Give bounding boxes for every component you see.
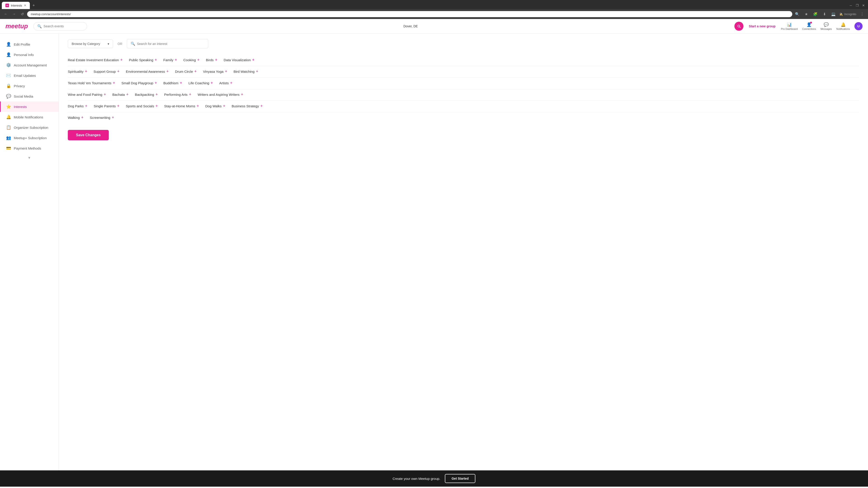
interest-label: Texas Hold 'em Tournaments [68,81,112,85]
list-item: Writers and Aspiring Writers+ [197,92,243,96]
add-interest-button[interactable]: + [230,81,232,85]
add-interest-button[interactable]: + [197,104,199,108]
add-interest-button[interactable]: + [126,92,129,96]
sidebar-item-personal-info[interactable]: 👤 Personal Info [0,50,59,60]
search-browser-button[interactable]: 🔍 [794,11,800,17]
list-item: Texas Hold 'em Tournaments+ [68,81,115,85]
sidebar-item-label: Privacy [14,84,25,88]
device-button[interactable]: 💻 [830,11,837,17]
interest-search-input[interactable] [137,42,204,46]
add-interest-button[interactable]: + [85,69,87,73]
active-tab[interactable]: m Interests ✕ [2,2,30,9]
interest-label: Bird Watching [234,70,254,73]
sidebar-item-edit-profile[interactable]: 👤 Edit Profile [0,39,59,50]
add-interest-button[interactable]: + [85,104,88,108]
add-interest-button[interactable]: + [197,58,199,62]
sidebar-item-payment-methods[interactable]: 💳 Payment Methods [0,143,59,153]
pro-dashboard-link[interactable]: 📊 Pro Dashboard [781,22,798,30]
meetup-logo[interactable]: meetup [5,23,28,30]
add-interest-button[interactable]: + [156,92,158,96]
extensions-button[interactable]: 🧩 [812,11,818,17]
event-search-bar[interactable]: 🔍 [33,22,87,31]
refresh-button[interactable]: ↺ [19,11,25,17]
forward-button[interactable]: → [11,11,17,17]
sidebar-item-account-management[interactable]: ⚙️ Account Management [0,60,59,70]
restore-button[interactable]: ❐ [855,3,860,8]
add-interest-button[interactable]: + [113,81,115,85]
start-group-link[interactable]: Start a new group [749,24,776,28]
user-avatar[interactable]: U [855,22,863,30]
add-interest-button[interactable]: + [241,92,243,96]
interest-label: Sports and Socials [126,104,154,108]
sidebar-item-privacy[interactable]: 🔒 Privacy [0,80,59,91]
interest-label: Stay-at-Home Moms [164,104,195,108]
messages-link[interactable]: 💬 Messages [820,22,832,30]
add-interest-button[interactable]: + [211,81,213,85]
add-interest-button[interactable]: + [156,104,158,108]
add-interest-button[interactable]: + [166,69,169,73]
interest-label: Drum Circle [175,70,193,73]
add-interest-button[interactable]: + [225,69,227,73]
add-interest-button[interactable]: + [252,58,254,62]
sidebar-item-interests[interactable]: ⭐ Interests [0,101,59,112]
notifications-link[interactable]: 🔔 Notifications [836,22,850,30]
add-interest-button[interactable]: + [215,58,217,62]
browser-chrome: m Interests ✕ + ─ ❐ ✕ ← → ↺ meetup.com/a… [0,0,868,19]
add-interest-button[interactable]: + [175,58,177,62]
browse-section: Browse by Category ▾ OR 🔍 [68,39,859,48]
new-tab-button[interactable]: + [31,2,37,9]
list-item: Support Group+ [94,69,120,73]
sidebar-item-label: Email Updates [14,74,36,77]
location-display[interactable]: Dover, DE [92,24,729,28]
interest-row: Wine and Food Pairing+ Bachata+ Backpack… [68,89,859,101]
menu-button[interactable]: ⋮ [859,11,865,17]
tab-favicon: m [5,4,9,7]
get-started-button[interactable]: Get Started [445,474,475,483]
edit-profile-icon: 👤 [6,42,11,47]
sidebar-item-organizer-subscription[interactable]: 📋 Organizer Subscription [0,122,59,133]
add-interest-button[interactable]: + [260,104,263,108]
close-window-button[interactable]: ✕ [861,3,866,8]
minimize-button[interactable]: ─ [848,3,854,8]
bookmark-button[interactable]: ★ [803,11,809,17]
sidebar-item-social-media[interactable]: 💬 Social Media [0,91,59,101]
add-interest-button[interactable]: + [155,81,157,85]
add-interest-button[interactable]: + [81,116,84,120]
list-item: Cooking+ [183,58,199,62]
address-bar[interactable]: meetup.com/account/interests/ [27,11,792,17]
list-item: Small Dog Playgroup+ [121,81,157,85]
search-submit-button[interactable] [735,22,743,31]
add-interest-button[interactable]: + [256,69,258,73]
connections-link[interactable]: 👤 Connections [802,22,816,30]
add-interest-button[interactable]: + [120,58,123,62]
list-item: Backpacking+ [135,92,158,96]
connections-label: Connections [802,28,816,30]
download-button[interactable]: ⬇ [821,11,828,17]
add-interest-button[interactable]: + [223,104,225,108]
sidebar-item-mobile-notifications[interactable]: 🔔 Mobile Notifications [0,112,59,122]
sidebar: 👤 Edit Profile 👤 Personal Info ⚙️ Accoun… [0,34,59,470]
interest-search-bar[interactable]: 🔍 [127,39,208,48]
browser-nav: ← → ↺ meetup.com/account/interests/ 🔍 ★ … [0,9,868,19]
site-header: meetup 🔍 Dover, DE Start a new group 📊 P… [0,19,868,34]
save-changes-button[interactable]: Save Changes [68,130,109,140]
add-interest-button[interactable]: + [155,58,157,62]
add-interest-button[interactable]: + [117,104,120,108]
interest-row: Real Estate Investment Education+ Public… [68,55,859,66]
add-interest-button[interactable]: + [104,92,106,96]
add-interest-button[interactable]: + [112,116,114,120]
messages-label: Messages [820,28,832,30]
add-interest-button[interactable]: + [194,69,197,73]
add-interest-button[interactable]: + [189,92,191,96]
tab-bar: m Interests ✕ + ─ ❐ ✕ [0,0,868,9]
sidebar-item-meetup-plus[interactable]: 👥 Meetup+ Subscription [0,133,59,143]
category-dropdown[interactable]: Browse by Category ▾ [68,39,113,48]
interest-label: Public Speaking [129,58,153,62]
sidebar-item-email-updates[interactable]: ✉️ Email Updates [0,70,59,80]
close-tab-button[interactable]: ✕ [24,4,26,7]
add-interest-button[interactable]: + [180,81,182,85]
search-input[interactable] [43,24,83,28]
back-button[interactable]: ← [3,11,9,17]
add-interest-button[interactable]: + [117,69,120,73]
sidebar-item-label: Meetup+ Subscription [14,136,47,140]
